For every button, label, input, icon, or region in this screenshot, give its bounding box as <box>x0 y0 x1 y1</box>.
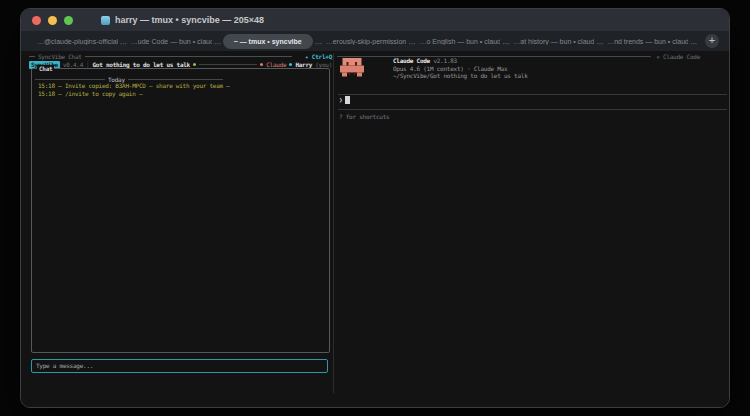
window-title-group: harry — tmux • syncvibe — 205×48 <box>101 15 264 25</box>
tab-overflow-dots: ⋯ <box>118 40 129 51</box>
claude-pane-title: ✳ Claude Code <box>656 53 700 60</box>
claude-code-mascot-icon <box>340 58 364 79</box>
chat-message: 15:18 — Invite copied: B3AH-MPCD — share… <box>38 82 230 89</box>
chat-pane-header: SyncVibe Chat ✦ Ctrl+Q <box>29 52 332 60</box>
chat-box-title: Chat <box>37 65 54 72</box>
pane-border-line <box>337 56 651 57</box>
chat-message: 15:18 — /invite to copy again — <box>38 90 142 97</box>
chat-pane-title: SyncVibe Chat <box>38 53 82 60</box>
tab-claude-code-bun[interactable]: …ude Code — bun • claude <box>129 38 212 45</box>
prompt-chevron: ❯ <box>339 96 342 103</box>
terminal-window: harry — tmux • syncvibe — 205×48 …@claud… <box>20 8 730 408</box>
pane-border-line <box>29 56 35 57</box>
you-label: (you) <box>315 61 332 68</box>
tab-bar: …@claude-plugins-official ⋯ …ude Code — … <box>21 31 729 51</box>
tab-tmux-syncvibe-active[interactable]: ~ — tmux • syncvibe <box>223 34 313 49</box>
tab-chat-history-bun-claude[interactable]: …at history — bun • claude <box>511 38 594 45</box>
window-title: harry — tmux • syncvibe — 205×48 <box>115 15 264 25</box>
tab-overflow-dots: ⋯ <box>594 40 605 51</box>
close-button[interactable] <box>32 16 41 25</box>
claude-code-header: Claude Code v2.1.83 <box>393 57 457 64</box>
app-name: Claude Code <box>393 57 430 64</box>
session-title: Got nothing to do let us talk <box>92 61 190 68</box>
new-tab-button[interactable]: + <box>705 34 719 48</box>
shortcuts-hint: ? for shortcuts <box>339 113 389 120</box>
model-info: Opus 4.6 (1M context) · Claude Max <box>393 65 507 72</box>
traffic-lights <box>32 16 73 25</box>
terminal-content: SyncVibe Chat ✦ Ctrl+Q SyncVibe v0.4.4 │… <box>21 51 729 407</box>
divider-line <box>35 79 105 80</box>
message-composer-input[interactable]: Type a message... <box>31 359 328 373</box>
tmux-pane-divider[interactable] <box>333 53 334 393</box>
app-version: v2.1.83 <box>433 57 457 64</box>
terminal-proxy-icon <box>101 16 110 25</box>
tab-trends-bun-claude[interactable]: …nd trends — bun • claude <box>605 38 688 45</box>
text-cursor-block <box>345 96 350 105</box>
separator-pipe: │ <box>86 61 89 68</box>
input-border-line <box>338 109 727 110</box>
tab-claude-plugins[interactable]: …@claude-plugins-official <box>35 38 118 45</box>
header-rule-line <box>199 64 257 65</box>
participant-harry: Harry <box>295 61 312 68</box>
tab-overflow-dots: ⋯ <box>212 40 223 51</box>
titlebar: harry — tmux • syncvibe — 205×48 <box>21 9 729 31</box>
tab-overflow-dots: ⋯ <box>406 40 417 51</box>
claude-presence-dot-icon <box>260 63 263 66</box>
online-status-dot-icon <box>193 63 196 66</box>
divider-line <box>128 79 223 80</box>
harry-presence-dot-icon <box>289 63 292 66</box>
message-body: — Invite copied: B3AH-MPCD — share with … <box>58 82 229 89</box>
message-time: 15:18 <box>38 82 55 89</box>
tab-overflow-dots: ⋯ <box>500 40 511 51</box>
claude-prompt-input[interactable]: ❯ <box>339 96 350 105</box>
input-border-line <box>338 94 727 95</box>
message-body: — /invite to copy again — <box>58 90 142 97</box>
tab-overflow-dots: ⋯ <box>313 40 324 51</box>
tab-english-bun-claude[interactable]: …o English — bun • claude <box>417 38 500 45</box>
working-directory-path: ~/SyncVibe/Got nothing to do let us talk <box>393 72 528 79</box>
app-version-label: v0.4.4 <box>63 61 83 68</box>
pane-border-line <box>85 56 292 57</box>
tab-overflow-dots: ⋯ <box>688 40 699 51</box>
participant-claude: Claude <box>266 61 286 68</box>
minimize-button[interactable] <box>48 16 57 25</box>
tab-skip-permissions[interactable]: …erously-skip-permissions <box>324 38 407 45</box>
message-time: 15:18 <box>38 90 55 97</box>
quit-shortcut-hint: ✦ Ctrl+Q <box>305 53 332 60</box>
chat-message-panel: Chat Today 15:18 — Invite copied: B3AH-M… <box>31 68 330 353</box>
zoom-button[interactable] <box>64 16 73 25</box>
